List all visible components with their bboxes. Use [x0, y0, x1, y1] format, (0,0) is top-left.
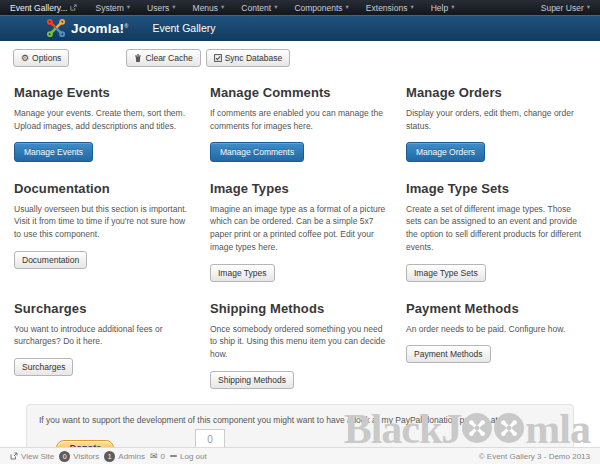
envelope-icon: ✉ [150, 452, 158, 461]
external-link-icon [70, 4, 77, 11]
clear-cache-label: Clear Cache [145, 53, 192, 63]
section-manage-events: Manage Events Manage your events. Create… [14, 78, 194, 162]
menu-menus[interactable]: Menus▾ [193, 3, 225, 13]
menu-components-label: Components [294, 3, 342, 13]
menu-users[interactable]: Users▾ [147, 3, 175, 13]
chevron-down-icon: ▾ [587, 4, 590, 11]
section-manage-orders: Manage Orders Display your orders, edit … [406, 78, 586, 162]
section-shipping-methods: Shipping Methods Once somebody ordered s… [210, 294, 390, 389]
options-button[interactable]: ⚙ Options [13, 49, 69, 67]
section-title: Surcharges [14, 301, 194, 316]
manage-comments-button[interactable]: Manage Comments [210, 142, 304, 162]
chevron-down-icon: ▾ [274, 4, 277, 11]
admins-count-badge: 1 [104, 451, 115, 462]
status-bar: View Site 0 Visitors 1 Admins ✉ 0 Log ou… [0, 447, 600, 464]
section-title: Payment Methods [406, 301, 586, 316]
component-brand-link[interactable]: Event Gallery... [10, 3, 77, 13]
section-description: Once somebody ordered something you need… [210, 323, 390, 361]
admins-status[interactable]: 1 Admins [104, 451, 145, 462]
section-surcharges: Surcharges You want to introduce additio… [14, 294, 194, 389]
section-title: Image Type Sets [406, 181, 586, 196]
section-description: Imagine an image type as a format of a p… [210, 203, 390, 254]
chevron-down-icon: ▾ [410, 4, 413, 11]
section-description: Manage your events. Create them, sort th… [14, 107, 194, 133]
section-manage-comments: Manage Comments If comments are enabled … [210, 78, 390, 162]
chevron-down-icon: ▾ [127, 4, 130, 11]
checkbox-checked-icon [214, 54, 222, 62]
menu-system[interactable]: System▾ [95, 3, 130, 13]
menu-help[interactable]: Help▾ [431, 3, 455, 13]
user-menu-label: Super User [541, 3, 584, 13]
menu-extensions[interactable]: Extensions▾ [366, 3, 414, 13]
section-description: If comments are enabled you can manage t… [210, 107, 390, 133]
joomla-header-bar: Joomla!® Event Gallery [0, 15, 600, 41]
joomla-logo: Joomla!® [46, 18, 128, 38]
copyright-text: © Event Gallery 3 - Demo 2013 [479, 452, 590, 461]
section-description: Create a set of different image types. T… [406, 203, 586, 254]
section-title: Shipping Methods [210, 301, 390, 316]
view-site-link[interactable]: View Site [10, 452, 54, 461]
image-types-button[interactable]: Image Types [210, 264, 275, 282]
chevron-down-icon: ▾ [172, 4, 175, 11]
menu-system-label: System [95, 3, 123, 13]
admin-menu-bar: Event Gallery... System▾ Users▾ Menus▾ C… [0, 0, 600, 15]
payment-methods-button[interactable]: Payment Methods [406, 345, 491, 363]
joomla-logo-text: Joomla!® [71, 21, 128, 36]
sync-database-button[interactable]: Sync Database [206, 49, 291, 67]
clear-cache-button[interactable]: Clear Cache [126, 49, 200, 67]
menu-help-label: Help [431, 3, 448, 13]
section-title: Manage Events [14, 85, 194, 100]
visitors-status[interactable]: 0 Visitors [59, 451, 99, 462]
section-image-type-sets: Image Type Sets Create a set of differen… [406, 174, 586, 282]
external-link-icon [10, 452, 18, 460]
gear-icon: ⚙ [21, 54, 29, 63]
toolbar: ⚙ Options Clear Cache Sync Database [0, 41, 600, 72]
sync-database-label: Sync Database [225, 53, 283, 63]
support-intro-text: If you want to support the development o… [39, 415, 561, 425]
menu-content[interactable]: Content▾ [241, 3, 277, 13]
section-title: Manage Comments [210, 85, 390, 100]
visitors-count-badge: 0 [59, 451, 70, 462]
image-type-sets-button[interactable]: Image Type Sets [406, 264, 486, 282]
manage-orders-button[interactable]: Manage Orders [406, 142, 485, 162]
menu-components[interactable]: Components▾ [294, 3, 348, 13]
logout-icon [170, 455, 177, 457]
section-description: You want to introduce additional fees or… [14, 323, 194, 349]
event-gallery-admin-window: Event Gallery... System▾ Users▾ Menus▾ C… [0, 0, 600, 464]
admin-menus: System▾ Users▾ Menus▾ Content▾ Component… [95, 3, 540, 13]
messages-count: 0 [161, 452, 165, 461]
section-title: Manage Orders [406, 85, 586, 100]
options-button-label: Options [32, 53, 61, 63]
section-description: Display your orders, edit them, change o… [406, 107, 586, 133]
shipping-methods-button[interactable]: Shipping Methods [210, 371, 294, 389]
section-title: Image Types [210, 181, 390, 196]
section-description: Usually overseen but this section is imp… [14, 203, 194, 241]
main-content: Manage Events Manage your events. Create… [0, 72, 600, 464]
logout-label: Log out [180, 452, 207, 461]
page-title: Event Gallery [152, 22, 215, 34]
section-title: Documentation [14, 181, 194, 196]
section-payment-methods: Payment Methods An order needs to be pai… [406, 294, 586, 389]
documentation-button[interactable]: Documentation [14, 251, 87, 269]
section-image-types: Image Types Imagine an image type as a f… [210, 174, 390, 282]
user-menu[interactable]: Super User ▾ [541, 3, 590, 13]
menu-users-label: Users [147, 3, 169, 13]
visitors-label: Visitors [73, 452, 99, 461]
chevron-down-icon: ▾ [451, 4, 454, 11]
manage-events-button[interactable]: Manage Events [14, 142, 93, 162]
menu-menus-label: Menus [193, 3, 219, 13]
chevron-down-icon: ▾ [221, 4, 224, 11]
chevron-down-icon: ▾ [346, 4, 349, 11]
logout-link[interactable]: Log out [170, 452, 207, 461]
messages-status[interactable]: ✉ 0 [150, 452, 165, 461]
section-documentation: Documentation Usually overseen but this … [14, 174, 194, 282]
component-brand-label: Event Gallery... [10, 3, 67, 13]
admins-label: Admins [118, 452, 145, 461]
section-description: An order needs to be paid. Configure how… [406, 323, 586, 336]
surcharges-button[interactable]: Surcharges [14, 358, 73, 376]
joomla-logo-icon [46, 18, 66, 38]
toolbar-button-group: Clear Cache Sync Database [126, 49, 290, 67]
trash-icon [134, 54, 142, 63]
sections-grid: Manage Events Manage your events. Create… [14, 78, 586, 401]
menu-content-label: Content [241, 3, 271, 13]
